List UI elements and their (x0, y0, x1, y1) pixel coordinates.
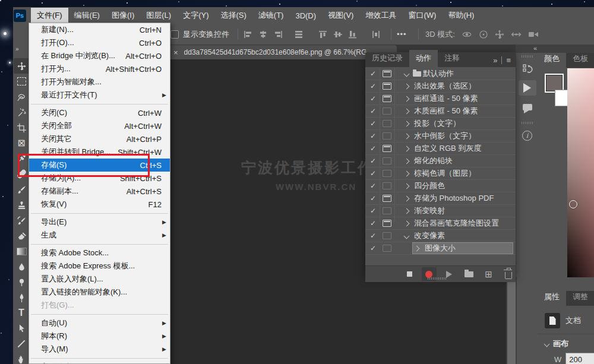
check-icon[interactable]: ✓ (370, 157, 376, 164)
chevron-right-icon[interactable] (404, 208, 410, 214)
chevron-right-icon[interactable] (414, 245, 420, 251)
chevron-right-icon[interactable] (404, 220, 410, 226)
actions-panel-icon[interactable] (519, 80, 536, 96)
dialog-toggle-icon[interactable] (383, 70, 391, 77)
menu-item-save-as[interactable]: 存储为(A)...Shift+Ctrl+S (29, 172, 170, 185)
tab-color[interactable]: 颜色 (538, 53, 566, 68)
close-tab-icon[interactable]: × (173, 48, 178, 57)
tab-properties[interactable]: 属性 (538, 291, 566, 306)
3d-roll-icon[interactable] (478, 29, 489, 40)
tab-history[interactable]: 历史记录 (365, 50, 409, 67)
action-row[interactable]: ✓ 水中倒影（文字） (365, 130, 516, 143)
check-icon[interactable]: ✓ (370, 83, 376, 90)
blur-tool[interactable] (14, 259, 29, 274)
dialog-toggle-icon[interactable] (383, 182, 391, 189)
action-row[interactable]: ✓ 淡出效果（选区） (365, 80, 516, 93)
dialog-toggle-icon[interactable] (383, 157, 391, 164)
show-transform-checkbox[interactable] (170, 30, 179, 39)
menu-item-import[interactable]: 导入(M)▶ (29, 343, 170, 356)
chevron-right-icon[interactable] (404, 108, 410, 114)
chevron-right-icon[interactable] (404, 133, 410, 139)
new-set-button[interactable] (462, 267, 476, 281)
menu-item-export[interactable]: 导出(E)▶ (29, 216, 170, 229)
menu-image[interactable]: 图像(I) (106, 8, 140, 23)
menu-select[interactable]: 选择(S) (214, 8, 252, 23)
rectangular-marquee-tool[interactable] (14, 74, 29, 89)
chevron-right-icon[interactable] (404, 83, 410, 89)
menu-item-save[interactable]: 存储(S)Ctrl+S (29, 159, 170, 172)
magic-wand-tool[interactable] (14, 105, 29, 120)
menu-file[interactable]: 文件(F) (31, 8, 68, 23)
dialog-toggle-icon[interactable] (383, 132, 391, 140)
more-options-icon[interactable]: ••• (397, 30, 407, 39)
action-row[interactable]: ✓ 混合器画笔克隆绘图设置 (365, 217, 516, 230)
width-input[interactable]: 200 (565, 353, 594, 364)
dialog-toggle-icon[interactable] (383, 83, 391, 90)
tab-swatches[interactable]: 色板 (566, 53, 594, 68)
gradient-tool[interactable] (14, 243, 29, 259)
distribute-horizontal-icon[interactable] (294, 30, 304, 39)
menu-3d[interactable]: 3D(D) (289, 9, 322, 23)
dialog-toggle-icon[interactable] (383, 232, 391, 239)
menu-item-scripts[interactable]: 脚本(R)▶ (29, 330, 170, 343)
check-icon[interactable]: ✓ (370, 132, 376, 140)
color-picker-field[interactable] (567, 68, 594, 277)
menu-item-automate[interactable]: 自动(U)▶ (29, 316, 170, 330)
3d-camera-icon[interactable] (527, 30, 539, 39)
document-tab[interactable]: × dd3a785425d41d675bc2d031e608ef6e.png @… (168, 45, 397, 59)
menu-item-close-others[interactable]: 关闭其它Alt+Ctrl+P (29, 132, 170, 145)
action-row[interactable]: ✓ 熔化的铅块 (365, 155, 516, 167)
hand-tool[interactable] (14, 352, 29, 364)
menu-item-save-a-copy[interactable]: 存储副本...Alt+Ctrl+S (29, 185, 170, 198)
chevron-right-icon[interactable] (404, 121, 410, 126)
dialog-toggle-icon[interactable] (383, 195, 391, 202)
toolbar-collapse-icon[interactable]: » (15, 46, 18, 52)
pen-tool[interactable] (14, 290, 29, 305)
check-icon[interactable]: ✓ (370, 195, 376, 202)
action-step-row-selected[interactable]: ✓ 图像大小 (365, 242, 516, 255)
stop-button[interactable] (402, 267, 416, 281)
menu-item-open-as-smart-object[interactable]: 打开为智能对象... (29, 75, 170, 88)
check-icon[interactable]: ✓ (370, 70, 376, 77)
line-tool[interactable] (14, 336, 29, 352)
chevron-right-icon[interactable] (404, 145, 410, 151)
menu-type[interactable]: 文字(Y) (177, 8, 214, 23)
check-icon[interactable]: ✓ (370, 95, 376, 102)
chevron-right-icon[interactable] (404, 195, 410, 201)
check-icon[interactable]: ✓ (370, 182, 376, 189)
eyedropper-tool[interactable] (14, 151, 29, 166)
action-set-row[interactable]: ✓ 默认动作 (365, 68, 516, 80)
check-icon[interactable]: ✓ (370, 170, 376, 177)
action-row[interactable]: ✓ 棕褐色调（图层） (365, 167, 516, 180)
action-row[interactable]: ✓ 改变像素 (365, 230, 516, 242)
check-icon[interactable]: ✓ (370, 245, 376, 252)
dialog-toggle-icon[interactable] (383, 120, 391, 127)
history-panel-icon[interactable] (519, 61, 536, 77)
dialog-toggle-icon[interactable] (383, 145, 391, 152)
delete-button[interactable] (501, 267, 516, 281)
menu-item-open[interactable]: 打开(O)...Ctrl+O (29, 36, 170, 49)
menu-item-file-info[interactable]: 文件简介(F)...Alt+Shift+Ctrl+I (29, 360, 170, 364)
tab-actions[interactable]: 动作 (409, 50, 438, 67)
chevron-right-icon[interactable] (404, 158, 410, 164)
check-icon[interactable]: ✓ (370, 107, 376, 115)
strip-grip[interactable] (522, 122, 533, 124)
menu-item-new[interactable]: 新建(N)...Ctrl+N (29, 23, 170, 36)
menu-item-generate[interactable]: 生成▶ (29, 229, 170, 242)
menu-view[interactable]: 视图(V) (322, 8, 359, 23)
3d-pan-icon[interactable] (494, 29, 505, 40)
align-left-icon[interactable] (244, 30, 253, 39)
menu-edit[interactable]: 编辑(E) (68, 8, 106, 23)
info-panel-icon[interactable]: i (519, 128, 536, 143)
menu-item-close-and-go-to-bridge[interactable]: 关闭并转到 Bridge...Shift+Ctrl+W (29, 145, 170, 159)
menu-item-close[interactable]: 关闭(C)Ctrl+W (29, 106, 170, 119)
menu-plugins[interactable]: 增效工具 (359, 8, 402, 23)
dialog-toggle-icon[interactable] (383, 220, 391, 227)
align-middle-icon[interactable] (333, 30, 343, 39)
lasso-tool[interactable] (14, 89, 29, 105)
panel-resize-grip[interactable] (428, 277, 447, 280)
menu-item-search-adobe-stock[interactable]: 搜索 Adobe Stock... (29, 246, 170, 259)
align-bottom-icon[interactable] (348, 30, 358, 39)
new-action-button[interactable]: ⊞ (481, 267, 495, 281)
action-row[interactable]: ✓ 渐变映射 (365, 205, 516, 217)
